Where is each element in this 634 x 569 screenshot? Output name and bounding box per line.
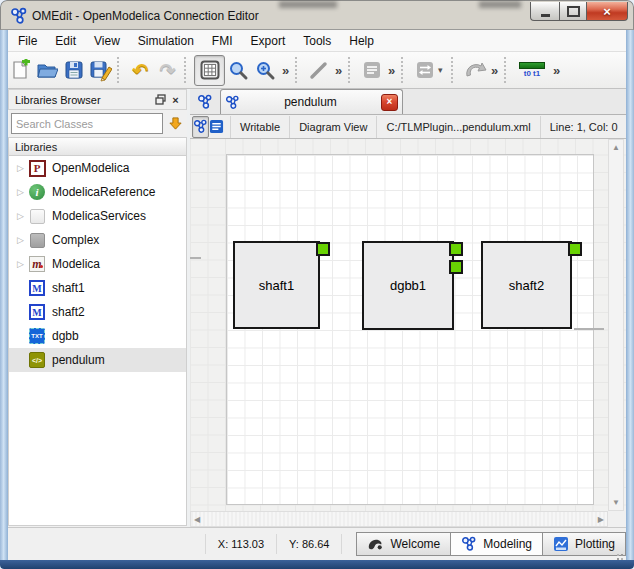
port-dgbb1-a[interactable] — [449, 242, 463, 256]
writable-status[interactable]: Writable — [230, 116, 290, 138]
line-icon — [308, 60, 329, 81]
cursor-x-coordinate: X: 113.03 — [206, 538, 276, 550]
diagram-view-icon — [193, 119, 208, 134]
toolbar: ↶ ↷ » — [1, 52, 633, 89]
text-lines-icon — [362, 60, 382, 80]
tree-item-pendulum[interactable]: </> pendulum — [9, 348, 186, 372]
redo-button[interactable]: ↷ — [154, 57, 181, 84]
horizontal-scrollbar[interactable]: ◀ ▶ — [190, 511, 608, 527]
menu-tools[interactable]: Tools — [294, 31, 340, 51]
expand-icon[interactable]: ▷ — [13, 235, 28, 245]
dock-close-button[interactable]: × — [168, 92, 183, 107]
status-bar: X: 113.03 Y: 86.64 Welcome — [8, 527, 626, 560]
line-tool-button[interactable] — [305, 57, 332, 84]
tree-item-label: dgbb — [52, 329, 79, 343]
diagram-canvas[interactable]: shaft1 dgbb1 shaft2 ▲ ▼ ◀ ▶ — [190, 139, 626, 527]
menu-file[interactable]: File — [9, 31, 46, 51]
tree-item-modelicaservices[interactable]: ▷ ModelicaServices — [9, 204, 186, 228]
window-border — [0, 30, 8, 560]
save-button[interactable] — [60, 57, 87, 84]
tree-item-modelica[interactable]: ▷ m Modelica — [9, 252, 186, 276]
save-as-button[interactable] — [87, 57, 114, 84]
scroll-left-icon[interactable]: ◀ — [191, 512, 203, 527]
undo-button[interactable]: ↶ — [127, 57, 154, 84]
tree-item-modelicareference[interactable]: ▷ i ModelicaReference — [9, 180, 186, 204]
component-dgbb1[interactable]: dgbb1 — [362, 241, 454, 330]
scroll-right-icon[interactable]: ▶ — [595, 512, 607, 527]
text-view-icon — [209, 119, 224, 134]
toolbar-overflow-button[interactable]: » — [332, 63, 345, 78]
zoom-fit-button[interactable] — [225, 57, 252, 84]
port-dgbb1-b[interactable] — [449, 260, 463, 274]
text-view-toggle[interactable] — [209, 117, 224, 137]
search-input[interactable] — [11, 113, 163, 134]
simulation-time-button[interactable]: t0 t1 — [514, 57, 550, 84]
modeling-perspective-button[interactable]: Modeling — [451, 532, 543, 556]
toolbar-overflow-button[interactable]: » — [279, 63, 292, 78]
expand-icon[interactable]: ▷ — [13, 211, 28, 221]
dock-float-button[interactable] — [153, 92, 168, 107]
port-shaft1[interactable] — [316, 242, 330, 256]
tree-item-shaft1[interactable]: M shaft1 — [9, 276, 186, 300]
redo-icon: ↷ — [160, 59, 176, 82]
welcome-perspective-button[interactable]: Welcome — [356, 532, 451, 556]
search-row — [8, 110, 187, 137]
dock-header: Libraries Browser × — [8, 89, 187, 110]
menu-help[interactable]: Help — [340, 31, 383, 51]
expand-icon[interactable]: ▷ — [13, 187, 28, 197]
tab-list-button[interactable] — [190, 90, 220, 114]
resize-grip[interactable] — [614, 547, 623, 556]
window-border — [626, 30, 634, 560]
transition-dropdown-button[interactable]: ▾ — [438, 65, 448, 75]
menu-edit[interactable]: Edit — [46, 31, 85, 51]
simulate-button[interactable] — [461, 57, 488, 84]
tab-close-button[interactable]: × — [381, 94, 398, 111]
perspective-label: Modeling — [483, 537, 532, 551]
libraries-section-header: Libraries — [8, 137, 187, 156]
new-model-button[interactable] — [6, 57, 33, 84]
close-button[interactable]: × — [587, 2, 628, 21]
zoom-in-icon — [255, 60, 276, 81]
background-artifact — [279, 1, 337, 8]
component-shaft2[interactable]: shaft2 — [481, 241, 572, 329]
menu-simulation[interactable]: Simulation — [129, 31, 203, 51]
scroll-down-icon[interactable]: ▼ — [609, 495, 623, 510]
expand-icon[interactable]: ▷ — [13, 163, 28, 173]
vertical-scrollbar[interactable]: ▲ ▼ — [608, 139, 624, 511]
port-shaft2[interactable] — [568, 242, 582, 256]
tree-item-label: shaft2 — [52, 305, 85, 319]
tree-item-shaft2[interactable]: M shaft2 — [9, 300, 186, 324]
tree-item-label: ModelicaServices — [52, 209, 146, 223]
toolbar-overflow-button[interactable]: » — [488, 63, 501, 78]
tree-item-openmodelica[interactable]: ▷ P OpenModelica — [9, 156, 186, 180]
menu-fmi[interactable]: FMI — [203, 31, 242, 51]
perspective-label: Plotting — [575, 537, 615, 551]
menu-export[interactable]: Export — [242, 31, 295, 51]
open-model-button[interactable] — [33, 57, 60, 84]
text-shape-button[interactable] — [358, 57, 385, 84]
expand-icon[interactable]: ▷ — [13, 259, 28, 269]
toolbar-separator — [451, 57, 457, 83]
search-scope-button[interactable] — [166, 113, 184, 134]
modelica-icon: m — [29, 256, 45, 272]
welcome-icon — [367, 537, 384, 552]
transition-mode-button[interactable] — [411, 57, 438, 84]
scroll-up-icon[interactable]: ▲ — [609, 140, 623, 155]
tab-pendulum[interactable]: pendulum × — [220, 89, 403, 114]
tab-bar: pendulum × — [190, 89, 626, 115]
tree-item-complex[interactable]: ▷ Complex — [9, 228, 186, 252]
toolbar-overflow-button[interactable]: » — [385, 63, 398, 78]
minimize-button[interactable] — [530, 2, 559, 21]
tree-item-label: shaft1 — [52, 281, 85, 295]
tree-item-label: OpenModelica — [52, 161, 129, 175]
component-shaft1[interactable]: shaft1 — [233, 241, 320, 329]
tree-item-dgbb[interactable]: TXT dgbb — [9, 324, 186, 348]
grid-toggle-button[interactable] — [194, 55, 225, 86]
maximize-button[interactable] — [559, 2, 587, 21]
code-file-icon: </> — [29, 352, 45, 368]
menu-view[interactable]: View — [85, 31, 129, 51]
axis-segment — [190, 257, 201, 259]
diagram-view-toggle[interactable] — [192, 116, 209, 138]
zoom-in-button[interactable] — [252, 57, 279, 84]
toolbar-overflow-button[interactable]: » — [550, 63, 563, 78]
